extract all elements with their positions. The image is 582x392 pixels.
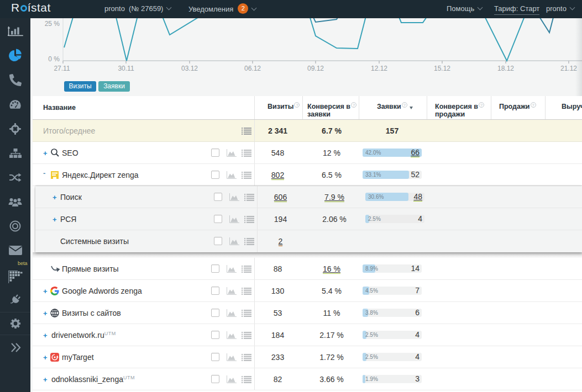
svg-text:09.12: 09.12 (307, 65, 324, 72)
svg-text:21.12: 21.12 (560, 65, 577, 72)
svg-text:0 %: 0 % (48, 55, 60, 63)
svg-text:25 %: 25 % (45, 20, 60, 28)
svg-text:27.11: 27.11 (54, 65, 70, 72)
svg-text:15.12: 15.12 (434, 65, 450, 72)
svg-text:18.12: 18.12 (497, 65, 514, 72)
svg-text:30.11: 30.11 (118, 65, 134, 72)
svg-text:12.12: 12.12 (371, 65, 387, 72)
svg-text:03.12: 03.12 (181, 65, 198, 72)
svg-text:06.12: 06.12 (244, 65, 261, 72)
